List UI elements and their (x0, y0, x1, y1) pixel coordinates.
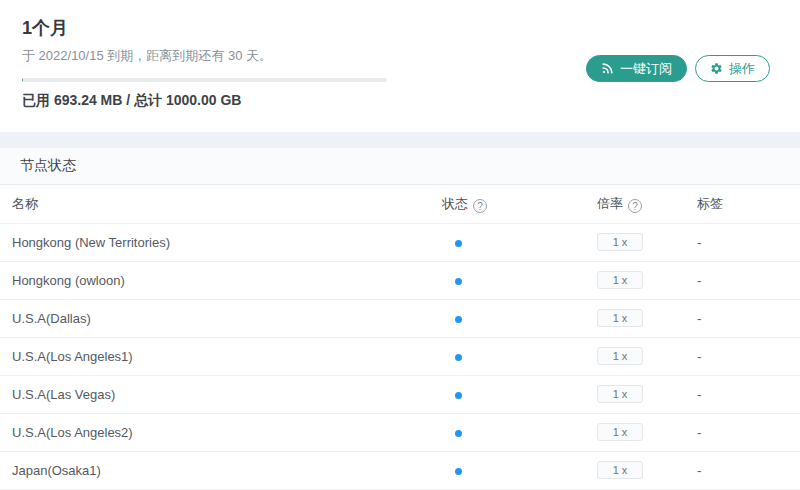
node-tags: - (685, 337, 800, 375)
status-online-dot (455, 468, 462, 475)
node-name: U.S.A(Dallas) (0, 299, 430, 337)
rate-badge: 1 x (597, 347, 643, 365)
column-header-status-label: 状态 (442, 196, 468, 211)
node-rate-cell: 1 x (585, 299, 685, 337)
node-rate-cell: 1 x (585, 375, 685, 413)
status-online-dot (455, 430, 462, 437)
column-header-tags: 标签 (685, 185, 800, 223)
node-tags: - (685, 375, 800, 413)
rate-help-icon[interactable]: ? (628, 199, 642, 213)
status-online-dot (455, 392, 462, 399)
subscribe-button-label: 一键订阅 (620, 62, 672, 75)
node-rate-cell: 1 x (585, 451, 685, 489)
status-online-dot (455, 316, 462, 323)
rate-badge: 1 x (597, 309, 643, 327)
subscribe-button[interactable]: 一键订阅 (586, 55, 687, 82)
node-table: 名称 状态? 倍率? 标签 Hongkong (New Territories)… (0, 185, 800, 490)
rate-badge: 1 x (597, 385, 643, 403)
usage-text: 已用 693.24 MB / 总计 1000.00 GB (22, 92, 778, 110)
node-status-cell (430, 223, 585, 261)
column-header-rate: 倍率? (585, 185, 685, 223)
rate-badge: 1 x (597, 271, 643, 289)
node-row: U.S.A(Los Angeles1) 1 x - (0, 337, 800, 375)
node-status-cell (430, 451, 585, 489)
node-table-header-row: 名称 状态? 倍率? 标签 (0, 185, 800, 223)
node-row: U.S.A(Los Angeles2) 1 x - (0, 413, 800, 451)
node-row: U.S.A(Dallas) 1 x - (0, 299, 800, 337)
rss-icon (601, 62, 614, 75)
gear-icon (710, 62, 723, 75)
node-status-cell (430, 261, 585, 299)
node-tags: - (685, 261, 800, 299)
node-status-cell (430, 337, 585, 375)
node-status-title: 节点状态 (20, 157, 76, 175)
column-header-rate-label: 倍率 (597, 196, 623, 211)
node-status-cell (430, 299, 585, 337)
node-name: U.S.A(Los Angeles1) (0, 337, 430, 375)
page-gap (0, 132, 800, 148)
rate-badge: 1 x (597, 423, 643, 441)
node-name: Hongkong (New Territories) (0, 223, 430, 261)
node-tags: - (685, 223, 800, 261)
node-rate-cell: 1 x (585, 223, 685, 261)
node-row: Hongkong (owloon) 1 x - (0, 261, 800, 299)
plan-actions: 一键订阅 操作 (586, 55, 770, 82)
column-header-status: 状态? (430, 185, 585, 223)
status-help-icon[interactable]: ? (473, 199, 487, 213)
node-row: Hongkong (New Territories) 1 x - (0, 223, 800, 261)
plan-card: 1个月 于 2022/10/15 到期，距离到期还有 30 天。 已用 693.… (0, 0, 800, 132)
status-online-dot (455, 278, 462, 285)
node-name: U.S.A(Las Vegas) (0, 375, 430, 413)
node-name: Hongkong (owloon) (0, 261, 430, 299)
node-tags: - (685, 413, 800, 451)
node-tags: - (685, 299, 800, 337)
node-name: U.S.A(Los Angeles2) (0, 413, 430, 451)
node-name: Japan(Osaka1) (0, 451, 430, 489)
operations-button-label: 操作 (729, 62, 755, 75)
node-row: U.S.A(Las Vegas) 1 x - (0, 375, 800, 413)
node-rate-cell: 1 x (585, 413, 685, 451)
node-rate-cell: 1 x (585, 337, 685, 375)
node-status-header: 节点状态 (0, 148, 800, 185)
node-tags: - (685, 451, 800, 489)
column-header-name: 名称 (0, 185, 430, 223)
operations-button[interactable]: 操作 (695, 55, 770, 82)
status-online-dot (455, 354, 462, 361)
node-status-cell (430, 413, 585, 451)
usage-progress-bar (22, 78, 387, 82)
rate-badge: 1 x (597, 461, 643, 479)
rate-badge: 1 x (597, 233, 643, 251)
node-status-cell (430, 375, 585, 413)
node-rate-cell: 1 x (585, 261, 685, 299)
status-online-dot (455, 240, 462, 247)
node-row: Japan(Osaka1) 1 x - (0, 451, 800, 489)
node-status-card: 节点状态 名称 状态? 倍率? 标签 Hongkong (New Territo… (0, 148, 800, 490)
node-table-body: Hongkong (New Territories) 1 x - Hongkon… (0, 223, 800, 489)
plan-title: 1个月 (22, 18, 778, 40)
